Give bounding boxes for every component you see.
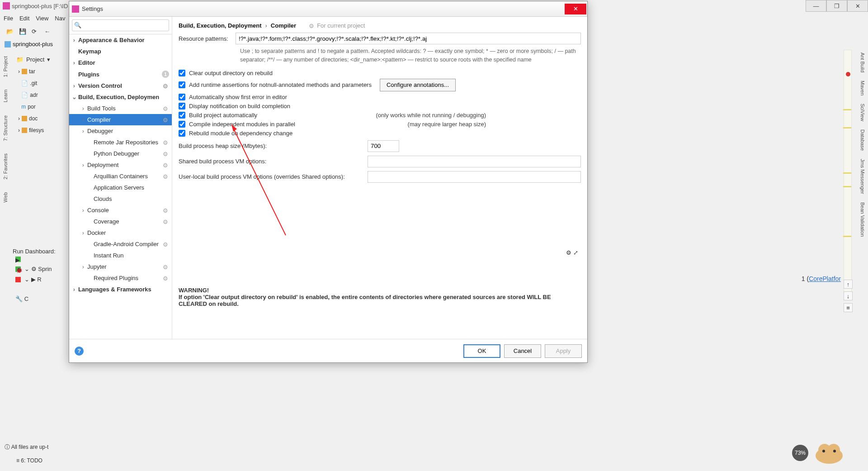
open-icon[interactable]: 📂 <box>6 28 14 36</box>
settings-tree-item[interactable]: ›Deployment⚙ <box>69 159 172 171</box>
resource-patterns-input[interactable] <box>236 33 581 44</box>
nav-list-icon[interactable]: ≡ <box>844 303 853 312</box>
settings-tree-item[interactable]: ›Console⚙ <box>69 205 172 216</box>
tab-web[interactable]: Web <box>2 190 9 204</box>
marker[interactable] <box>843 109 851 110</box>
collapse-icon[interactable]: ⚙ ⤢ <box>566 249 578 256</box>
search-input[interactable] <box>72 19 169 31</box>
marker[interactable] <box>843 127 851 128</box>
tab-bean[interactable]: Bean Validation <box>859 200 866 239</box>
minimize-button[interactable]: — <box>806 0 826 12</box>
tab-ant[interactable]: Ant Build <box>859 50 866 75</box>
menu-edit[interactable]: Edit <box>19 15 29 22</box>
settings-tree-item[interactable]: ⌄Build, Execution, Deploymen <box>69 91 172 103</box>
configure-annotations-button[interactable]: Configure annotations... <box>380 79 456 91</box>
dialog-close-button[interactable]: ✕ <box>565 4 586 14</box>
tree-item[interactable]: .git <box>30 77 37 89</box>
crumb-part[interactable]: Compiler <box>271 22 296 29</box>
menu-view[interactable]: View <box>36 15 48 22</box>
tab-maven[interactable]: Maven <box>859 78 866 98</box>
settings-tree-item[interactable]: ›Debugger <box>69 125 172 137</box>
save-icon[interactable]: 💾 <box>19 28 27 36</box>
maximize-button[interactable]: ❐ <box>826 0 847 12</box>
settings-tree-item[interactable]: ›Jupyter⚙ <box>69 261 172 272</box>
settings-tree-item[interactable]: Gradle-Android Compiler⚙ <box>69 238 172 250</box>
checkbox[interactable] <box>179 81 185 88</box>
checkbox[interactable] <box>179 130 185 137</box>
settings-tree-item[interactable]: Required Plugins⚙ <box>69 272 172 284</box>
project-tree[interactable]: ›tar 📄.git 📄adr mpor ›doc ›filesys <box>14 66 67 136</box>
project-label: Project <box>26 56 44 63</box>
nav-down-icon[interactable]: ↓ <box>844 291 853 300</box>
settings-tree-item[interactable]: ›Editor <box>69 57 172 68</box>
tab-learn[interactable]: Learn <box>2 88 9 104</box>
project-panel-header[interactable]: 📁Project▾ <box>14 53 67 66</box>
code-link[interactable]: CorePlatfor <box>809 275 841 282</box>
progress-badge[interactable]: 73% <box>792 445 808 461</box>
crumb-part[interactable]: Build, Execution, Deployment <box>179 22 261 29</box>
run-item[interactable]: C <box>24 295 28 302</box>
dialog-titlebar[interactable]: Settings ✕ <box>69 1 587 17</box>
right-tool-tabs: Ant Build Maven SciView Database Jms Mes… <box>857 50 868 239</box>
settings-tree-item[interactable]: Instant Run <box>69 250 172 261</box>
settings-tree-item[interactable]: Coverage⚙ <box>69 216 172 227</box>
tab-project[interactable]: 1: Project <box>2 54 9 79</box>
settings-tree-item[interactable]: Arquillian Containers⚙ <box>69 171 172 182</box>
settings-tree-item[interactable]: ›Build Tools⚙ <box>69 103 172 114</box>
cancel-button[interactable]: Cancel <box>504 344 541 358</box>
checkbox[interactable] <box>179 112 185 119</box>
tree-item[interactable]: filesys <box>29 124 44 136</box>
refresh-icon[interactable]: ⟳ <box>32 28 40 36</box>
project-scope-label: For current project <box>317 22 365 29</box>
help-button[interactable]: ? <box>75 347 84 356</box>
heap-size-input[interactable] <box>368 140 399 152</box>
settings-tree-item[interactable]: ›Version Control⚙ <box>69 80 172 91</box>
marker[interactable] <box>843 172 851 174</box>
menu-file[interactable]: File <box>4 15 13 22</box>
tree-item[interactable]: tar <box>29 66 35 77</box>
tab-jms[interactable]: Jms Messenger <box>859 156 866 197</box>
run-item[interactable]: R <box>37 276 41 283</box>
checkbox[interactable] <box>179 70 185 76</box>
tab-sciview[interactable]: SciView <box>859 101 866 124</box>
tree-item[interactable]: adr <box>30 89 38 101</box>
checkbox[interactable] <box>179 94 185 100</box>
breadcrumb-text[interactable]: springboot-plus <box>13 41 53 48</box>
settings-tree-item[interactable]: Remote Jar Repositories⚙ <box>69 137 172 148</box>
error-marker-icon[interactable] <box>846 72 850 76</box>
user-vm-input[interactable] <box>368 171 581 183</box>
shared-vm-input[interactable] <box>368 156 581 167</box>
tree-item[interactable]: por <box>28 101 35 113</box>
settings-tree-item[interactable]: ›Appearance & Behavior <box>69 34 172 46</box>
tree-item[interactable]: doc <box>29 113 38 124</box>
editor-gutter <box>844 50 852 294</box>
folder-icon <box>5 41 11 48</box>
marker[interactable] <box>843 186 851 187</box>
close-button[interactable]: ✕ <box>847 0 868 12</box>
menu-nav[interactable]: Nav <box>55 15 65 22</box>
editor-nav: ↑ ↓ ≡ <box>844 280 853 312</box>
settings-tree-item[interactable]: Keymap <box>69 46 172 57</box>
gear-icon: ⚙ <box>309 23 315 29</box>
settings-tree-item[interactable]: ›Docker <box>69 227 172 238</box>
settings-tree-item[interactable]: Clouds <box>69 193 172 205</box>
run-config[interactable]: Sprin <box>38 266 52 272</box>
tab-structure[interactable]: 7: Structure <box>2 114 9 143</box>
apply-button[interactable]: Apply <box>545 344 582 358</box>
settings-tree[interactable]: ›Appearance & BehaviorKeymap›EditorPlugi… <box>69 34 172 339</box>
tab-favorites[interactable]: 2: Favorites <box>2 152 9 181</box>
settings-tree-item[interactable]: Plugins1 <box>69 68 172 80</box>
settings-tree-item[interactable]: Application Servers <box>69 182 172 193</box>
settings-tree-item[interactable]: Python Debugger⚙ <box>69 148 172 159</box>
status-bar: ⓘ All files are up-t <box>5 443 48 451</box>
back-icon[interactable]: ← <box>44 28 52 36</box>
settings-tree-item[interactable]: ›Languages & Frameworks <box>69 284 172 295</box>
tab-database[interactable]: Database <box>859 127 866 153</box>
ok-button[interactable]: OK <box>463 344 500 358</box>
checkbox[interactable] <box>179 103 185 109</box>
settings-tree-item[interactable]: ›Compiler⚙ <box>69 114 172 125</box>
checkbox[interactable] <box>179 121 185 128</box>
bottom-tab-todo[interactable]: ≡ 6: TODO <box>16 457 42 464</box>
marker[interactable] <box>843 236 851 237</box>
nav-up-icon[interactable]: ↑ <box>844 280 853 289</box>
